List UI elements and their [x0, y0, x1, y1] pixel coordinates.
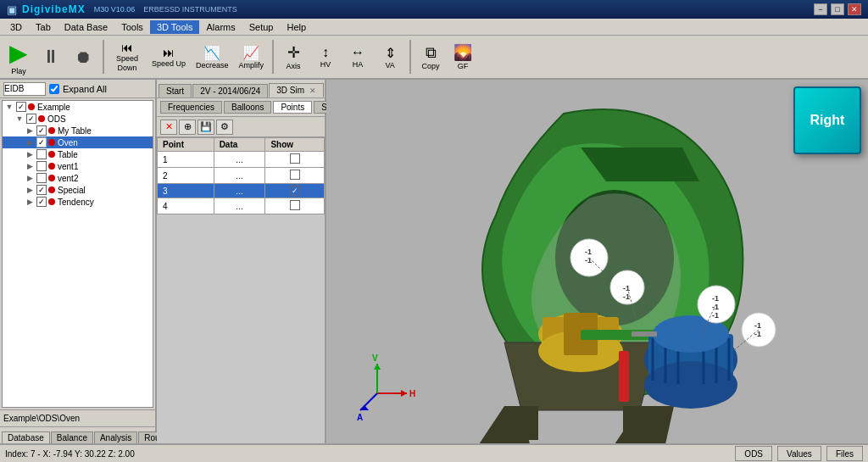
show-2[interactable]: [265, 168, 325, 184]
table-row[interactable]: 3 ...: [158, 184, 325, 198]
expand-icon-example[interactable]: ▼: [4, 103, 14, 111]
checkbox-tendency[interactable]: [36, 197, 47, 207]
app-version: M30 V10.06: [94, 5, 136, 14]
menu-alarms[interactable]: Alarms: [199, 20, 242, 34]
expand-icon-tendency[interactable]: ▶: [25, 198, 35, 206]
tree-item-vent2[interactable]: ▶ vent2: [3, 172, 153, 184]
checkbox-table[interactable]: [36, 149, 47, 159]
show-1[interactable]: [265, 152, 325, 168]
gf-button[interactable]: 🌄 GF: [448, 37, 478, 76]
tab-database[interactable]: Database: [2, 431, 50, 443]
speed-down-button[interactable]: ⏮ Speed Down: [108, 37, 146, 76]
tab-analysis[interactable]: Analysis: [94, 431, 137, 443]
point-4: 4: [158, 198, 214, 214]
settings-points-button[interactable]: ⚙: [216, 120, 233, 135]
tab-balance[interactable]: Balance: [51, 431, 93, 443]
menu-database[interactable]: Data Base: [58, 20, 114, 34]
orientation-cube[interactable]: Right: [793, 86, 861, 154]
values-button[interactable]: Values: [777, 446, 821, 461]
company-name: ERBESSD INSTRUMENTS: [143, 5, 237, 14]
axis-icon: ✛: [287, 43, 300, 62]
tree-item-table[interactable]: ▶ Table: [3, 148, 153, 160]
maximize-button[interactable]: □: [831, 3, 844, 15]
expand-icon-table[interactable]: ▶: [25, 150, 35, 159]
menu-tab[interactable]: Tab: [29, 20, 58, 34]
expand-icon-vent1[interactable]: ▶: [25, 162, 35, 170]
tree-item-mytable[interactable]: ▶ My Table: [3, 125, 153, 136]
files-button[interactable]: Files: [826, 446, 863, 461]
table-row[interactable]: 2 ...: [158, 168, 325, 184]
menu-tools[interactable]: Tools: [114, 20, 150, 34]
tree-item-ods[interactable]: ▼ ODS: [3, 113, 153, 125]
va-button[interactable]: ⇕ VA: [375, 37, 405, 76]
checkbox-special[interactable]: [36, 185, 47, 195]
stop-button[interactable]: ⏺: [68, 37, 98, 76]
show-checkbox-1[interactable]: [290, 153, 300, 164]
close-button[interactable]: ✕: [848, 3, 861, 15]
menu-help[interactable]: Help: [280, 20, 313, 34]
tab-start[interactable]: Start: [159, 84, 192, 97]
ha-button[interactable]: ↔ HA: [342, 37, 373, 76]
titlebar-controls: − □ ✕: [814, 3, 861, 15]
data-3: ...: [214, 184, 265, 198]
pause-button[interactable]: ⏸: [36, 37, 66, 76]
tab-close-icon[interactable]: ✕: [309, 86, 316, 95]
3d-viewport[interactable]: -1 -1 -1 -1 -1 -1 -1 -1 -1: [326, 80, 868, 443]
checkbox-vent2[interactable]: [36, 173, 47, 183]
subtab-balloons[interactable]: Balloons: [224, 101, 271, 114]
svg-text:H: H: [409, 389, 415, 398]
tree-area[interactable]: ▼ Example ▼ ODS ▶ My Table ▶: [2, 100, 153, 408]
delete-point-button[interactable]: ✕: [160, 120, 177, 135]
checkbox-ods[interactable]: [26, 114, 36, 124]
hv-button[interactable]: ↕ HV: [310, 37, 341, 76]
decrease-button[interactable]: 📉 Decrease: [192, 37, 233, 76]
tab-2v[interactable]: 2V - 2014/06/24: [192, 84, 268, 97]
svg-text:-1: -1: [754, 330, 761, 338]
add-point-button[interactable]: ⊕: [179, 120, 196, 135]
expand-icon-special[interactable]: ▶: [25, 186, 35, 194]
tree-item-oven[interactable]: ▶ Oven: [3, 136, 153, 148]
checkbox-oven[interactable]: [36, 137, 47, 148]
status-index-text: Index: 7 - X: -7.94 Y: 30.22 Z: 2.00: [5, 449, 730, 459]
tree-item-special[interactable]: ▶ Special: [3, 184, 153, 196]
sub-tabs: Frequencies Balloons Points Settings: [157, 98, 325, 117]
subtab-frequencies[interactable]: Frequencies: [160, 101, 222, 114]
amplify-button[interactable]: 📈 Amplify: [235, 37, 269, 76]
speed-up-button[interactable]: ⏭ Speed Up: [147, 37, 190, 76]
copy-button[interactable]: ⧉ Copy: [415, 37, 446, 76]
show-4[interactable]: [265, 198, 325, 214]
checkbox-mytable[interactable]: [36, 125, 47, 136]
svg-text:V: V: [372, 353, 378, 363]
label-vent1: vent1: [58, 162, 78, 171]
show-checkbox-3[interactable]: [290, 186, 300, 196]
table-row[interactable]: 4 ...: [158, 198, 325, 214]
minimize-button[interactable]: −: [814, 3, 827, 15]
show-checkbox-2[interactable]: [290, 170, 300, 180]
menu-3d[interactable]: 3D: [3, 20, 29, 34]
svg-point-13: [644, 361, 737, 409]
expand-icon-vent2[interactable]: ▶: [25, 174, 35, 182]
axis-button[interactable]: ✛ Axis: [278, 37, 309, 76]
expand-icon-ods[interactable]: ▼: [14, 114, 25, 123]
tree-item-example[interactable]: ▼ Example: [3, 101, 153, 113]
menu-setup[interactable]: Setup: [242, 20, 281, 34]
table-row[interactable]: 1 ...: [158, 152, 325, 168]
show-checkbox-4[interactable]: [290, 200, 300, 210]
ods-button[interactable]: ODS: [735, 446, 772, 461]
expand-all-label: Expand All: [63, 84, 107, 94]
tree-item-vent1[interactable]: ▶ vent1: [3, 160, 153, 172]
point-1: 1: [158, 152, 214, 168]
save-points-button[interactable]: 💾: [198, 120, 214, 135]
eidb-search[interactable]: [3, 82, 46, 96]
show-3[interactable]: [265, 184, 325, 198]
expand-all-checkbox[interactable]: [49, 84, 59, 94]
subtab-points[interactable]: Points: [273, 101, 312, 114]
tab-3dsim[interactable]: 3D Sim ✕: [269, 83, 324, 97]
expand-icon-oven[interactable]: ▶: [25, 138, 35, 147]
expand-icon-mytable[interactable]: ▶: [25, 126, 35, 135]
play-button[interactable]: ▶ Play: [3, 37, 34, 76]
checkbox-vent1[interactable]: [36, 161, 47, 171]
tree-item-tendency[interactable]: ▶ Tendency: [3, 196, 153, 208]
checkbox-example[interactable]: [16, 102, 26, 112]
menu-3dtools[interactable]: 3D Tools: [150, 20, 200, 34]
